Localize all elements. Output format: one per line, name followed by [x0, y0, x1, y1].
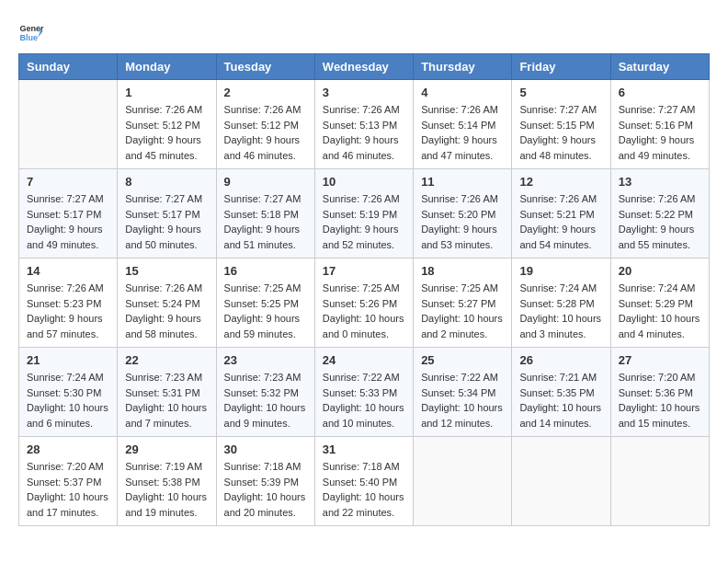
day-number: 2	[224, 86, 307, 99]
calendar-cell: 3Sunrise: 7:26 AMSunset: 5:13 PMDaylight…	[314, 80, 413, 169]
day-number: 15	[125, 264, 208, 278]
day-info: Sunrise: 7:26 AMSunset: 5:20 PMDaylight:…	[421, 191, 504, 252]
calendar-table: SundayMondayTuesdayWednesdayThursdayFrid…	[18, 53, 710, 526]
day-number: 24	[323, 353, 405, 367]
logo-icon: General Blue	[18, 18, 44, 44]
week-row-5: 28Sunrise: 7:20 AMSunset: 5:37 PMDayligh…	[19, 437, 710, 526]
day-info: Sunrise: 7:23 AMSunset: 5:32 PMDaylight:…	[224, 370, 307, 431]
day-info: Sunrise: 7:27 AMSunset: 5:15 PMDaylight:…	[519, 102, 602, 163]
logo: General Blue	[18, 18, 48, 44]
day-info: Sunrise: 7:26 AMSunset: 5:23 PMDaylight:…	[27, 281, 109, 341]
calendar-cell: 20Sunrise: 7:24 AMSunset: 5:29 PMDayligh…	[610, 259, 709, 348]
day-number: 10	[323, 175, 405, 189]
day-info: Sunrise: 7:24 AMSunset: 5:29 PMDaylight:…	[619, 281, 701, 341]
calendar-cell: 31Sunrise: 7:18 AMSunset: 5:40 PMDayligh…	[314, 437, 413, 526]
calendar-cell: 12Sunrise: 7:26 AMSunset: 5:21 PMDayligh…	[512, 169, 610, 259]
day-number: 31	[323, 442, 405, 456]
calendar-cell: 14Sunrise: 7:26 AMSunset: 5:23 PMDayligh…	[19, 259, 118, 348]
day-number: 20	[619, 264, 701, 278]
day-info: Sunrise: 7:27 AMSunset: 5:18 PMDaylight:…	[224, 191, 307, 252]
svg-text:Blue: Blue	[19, 33, 38, 42]
week-row-3: 14Sunrise: 7:26 AMSunset: 5:23 PMDayligh…	[19, 259, 710, 348]
day-info: Sunrise: 7:27 AMSunset: 5:17 PMDaylight:…	[125, 191, 208, 252]
calendar-cell: 11Sunrise: 7:26 AMSunset: 5:20 PMDayligh…	[414, 169, 512, 259]
calendar-cell: 22Sunrise: 7:23 AMSunset: 5:31 PMDayligh…	[118, 348, 216, 437]
day-number: 19	[519, 264, 602, 278]
day-number: 6	[619, 86, 701, 99]
calendar-cell: 24Sunrise: 7:22 AMSunset: 5:33 PMDayligh…	[314, 348, 413, 437]
day-number: 16	[224, 264, 307, 278]
day-info: Sunrise: 7:26 AMSunset: 5:22 PMDaylight:…	[619, 191, 701, 252]
weekday-header-saturday: Saturday	[610, 54, 709, 80]
calendar-cell: 23Sunrise: 7:23 AMSunset: 5:32 PMDayligh…	[216, 348, 314, 437]
weekday-header-friday: Friday	[512, 54, 610, 80]
day-number: 8	[125, 175, 208, 189]
day-number: 29	[125, 442, 208, 456]
day-info: Sunrise: 7:24 AMSunset: 5:28 PMDaylight:…	[519, 281, 602, 341]
day-number: 7	[27, 175, 109, 189]
day-number: 4	[421, 86, 504, 99]
calendar-cell: 18Sunrise: 7:25 AMSunset: 5:27 PMDayligh…	[414, 259, 512, 348]
day-number: 28	[27, 442, 109, 456]
day-number: 27	[619, 353, 701, 367]
day-number: 9	[224, 175, 307, 189]
calendar-cell: 10Sunrise: 7:26 AMSunset: 5:19 PMDayligh…	[314, 169, 413, 259]
day-info: Sunrise: 7:26 AMSunset: 5:21 PMDaylight:…	[519, 191, 602, 252]
calendar-cell: 15Sunrise: 7:26 AMSunset: 5:24 PMDayligh…	[118, 259, 216, 348]
calendar-cell: 30Sunrise: 7:18 AMSunset: 5:39 PMDayligh…	[216, 437, 314, 526]
calendar-cell: 8Sunrise: 7:27 AMSunset: 5:17 PMDaylight…	[118, 169, 216, 259]
day-info: Sunrise: 7:20 AMSunset: 5:36 PMDaylight:…	[619, 370, 701, 431]
day-number: 26	[519, 353, 602, 367]
day-number: 21	[27, 353, 109, 367]
day-info: Sunrise: 7:24 AMSunset: 5:30 PMDaylight:…	[27, 370, 109, 431]
calendar-cell: 13Sunrise: 7:26 AMSunset: 5:22 PMDayligh…	[610, 169, 709, 259]
day-number: 23	[224, 353, 307, 367]
page-header: General Blue	[18, 18, 710, 44]
day-info: Sunrise: 7:25 AMSunset: 5:27 PMDaylight:…	[421, 281, 504, 341]
calendar-cell: 1Sunrise: 7:26 AMSunset: 5:12 PMDaylight…	[118, 80, 216, 169]
week-row-2: 7Sunrise: 7:27 AMSunset: 5:17 PMDaylight…	[19, 169, 710, 259]
weekday-header-monday: Monday	[118, 54, 216, 80]
day-info: Sunrise: 7:25 AMSunset: 5:26 PMDaylight:…	[323, 281, 405, 341]
day-number: 22	[125, 353, 208, 367]
day-info: Sunrise: 7:19 AMSunset: 5:38 PMDaylight:…	[125, 459, 208, 520]
calendar-cell: 27Sunrise: 7:20 AMSunset: 5:36 PMDayligh…	[610, 348, 709, 437]
calendar-cell: 4Sunrise: 7:26 AMSunset: 5:14 PMDaylight…	[414, 80, 512, 169]
day-number: 11	[421, 175, 504, 189]
calendar-cell: 29Sunrise: 7:19 AMSunset: 5:38 PMDayligh…	[118, 437, 216, 526]
day-info: Sunrise: 7:27 AMSunset: 5:17 PMDaylight:…	[27, 191, 109, 252]
weekday-header-thursday: Thursday	[414, 54, 512, 80]
calendar-cell: 19Sunrise: 7:24 AMSunset: 5:28 PMDayligh…	[512, 259, 610, 348]
day-info: Sunrise: 7:23 AMSunset: 5:31 PMDaylight:…	[125, 370, 208, 431]
calendar-cell: 17Sunrise: 7:25 AMSunset: 5:26 PMDayligh…	[314, 259, 413, 348]
day-number: 17	[323, 264, 405, 278]
calendar-cell: 9Sunrise: 7:27 AMSunset: 5:18 PMDaylight…	[216, 169, 314, 259]
day-info: Sunrise: 7:21 AMSunset: 5:35 PMDaylight:…	[519, 370, 602, 431]
day-number: 5	[519, 86, 602, 99]
day-info: Sunrise: 7:22 AMSunset: 5:33 PMDaylight:…	[323, 370, 405, 431]
day-info: Sunrise: 7:26 AMSunset: 5:12 PMDaylight:…	[125, 102, 208, 163]
day-info: Sunrise: 7:18 AMSunset: 5:39 PMDaylight:…	[224, 459, 307, 520]
calendar-cell	[414, 437, 512, 526]
day-number: 25	[421, 353, 504, 367]
week-row-4: 21Sunrise: 7:24 AMSunset: 5:30 PMDayligh…	[19, 348, 710, 437]
calendar-cell: 2Sunrise: 7:26 AMSunset: 5:12 PMDaylight…	[216, 80, 314, 169]
weekday-header-row: SundayMondayTuesdayWednesdayThursdayFrid…	[19, 54, 710, 80]
calendar-cell	[19, 80, 118, 169]
day-info: Sunrise: 7:20 AMSunset: 5:37 PMDaylight:…	[27, 459, 109, 520]
day-number: 14	[27, 264, 109, 278]
day-info: Sunrise: 7:26 AMSunset: 5:24 PMDaylight:…	[125, 281, 208, 341]
day-number: 18	[421, 264, 504, 278]
calendar-cell: 28Sunrise: 7:20 AMSunset: 5:37 PMDayligh…	[19, 437, 118, 526]
week-row-1: 1Sunrise: 7:26 AMSunset: 5:12 PMDaylight…	[19, 80, 710, 169]
calendar-cell: 21Sunrise: 7:24 AMSunset: 5:30 PMDayligh…	[19, 348, 118, 437]
day-info: Sunrise: 7:27 AMSunset: 5:16 PMDaylight:…	[619, 102, 701, 163]
weekday-header-sunday: Sunday	[19, 54, 118, 80]
calendar-cell: 6Sunrise: 7:27 AMSunset: 5:16 PMDaylight…	[610, 80, 709, 169]
day-number: 3	[323, 86, 405, 99]
day-info: Sunrise: 7:26 AMSunset: 5:12 PMDaylight:…	[224, 102, 307, 163]
calendar-cell: 5Sunrise: 7:27 AMSunset: 5:15 PMDaylight…	[512, 80, 610, 169]
day-info: Sunrise: 7:25 AMSunset: 5:25 PMDaylight:…	[224, 281, 307, 341]
day-number: 30	[224, 442, 307, 456]
calendar-cell	[610, 437, 709, 526]
